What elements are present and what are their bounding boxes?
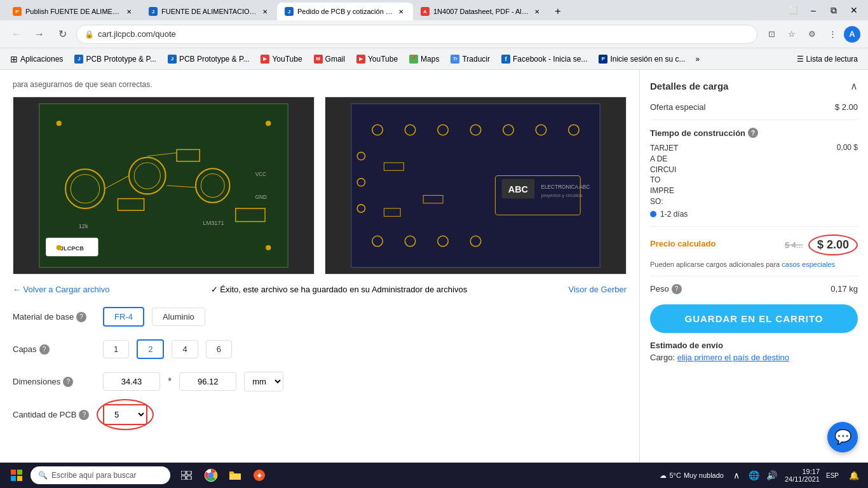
cargo-link[interactable]: elija primero el país de destino xyxy=(677,353,789,362)
weather-widget[interactable]: ☁ 5°C Muy nublado xyxy=(660,471,723,480)
bookmark-icon[interactable]: ☆ xyxy=(783,25,801,43)
precio-section: Precio calculado $ 4... $ 2.00 Pueden ap… xyxy=(650,234,858,268)
bookmark-facebook[interactable]: f Facebook - Inicia se... xyxy=(496,52,592,66)
close-button[interactable]: ✕ xyxy=(845,1,863,19)
back-button[interactable]: ← xyxy=(8,25,25,43)
start-button[interactable] xyxy=(5,465,28,485)
back-to-upload-link[interactable]: ← Volver a Cargar archivo xyxy=(13,285,109,294)
bookmark-more[interactable]: » xyxy=(691,52,703,66)
taskbar-task-view[interactable] xyxy=(175,465,198,485)
svg-point-15 xyxy=(57,121,62,126)
svg-text:proyectos y circuitos: proyectos y circuitos xyxy=(541,193,583,198)
bookmark-jlc2[interactable]: J PCB Prototype & P... xyxy=(163,52,255,66)
weather-icon: ☁ xyxy=(660,471,667,480)
material-aluminio-button[interactable]: Aluminio xyxy=(152,308,205,326)
cast-icon[interactable]: ⬜ xyxy=(784,1,802,19)
tab-4-close[interactable]: ✕ xyxy=(532,7,541,16)
bookmark-apps[interactable]: ⊞ Aplicaciones xyxy=(5,51,68,67)
bookmark-maps-label: Maps xyxy=(421,55,439,64)
tab-2-close[interactable]: ✕ xyxy=(261,7,269,16)
cantidad-help-icon[interactable]: ? xyxy=(79,410,89,420)
tiempo-dot xyxy=(650,211,656,217)
svg-rect-50 xyxy=(181,471,186,475)
svg-rect-57 xyxy=(229,474,241,480)
taskbar-chrome[interactable] xyxy=(200,465,222,485)
volume-icon[interactable]: 🔊 xyxy=(764,468,780,483)
file-manager-link[interactable]: Administrador de archivos xyxy=(372,285,467,294)
capas-6-button[interactable]: 6 xyxy=(206,340,232,358)
url-bar[interactable]: 🔒 cart.jlcpcb.com/quote xyxy=(76,25,757,44)
pcb-images-row: JLCPCB xyxy=(13,97,627,274)
bookmark-yt2-label: YouTube xyxy=(368,55,398,64)
bookmark-yt1[interactable]: ▶ YouTube xyxy=(255,52,307,66)
new-tab-button[interactable]: + xyxy=(549,3,567,20)
main-area: para asegurarnos de que sean correctas. … xyxy=(0,70,868,463)
tab-1[interactable]: P Publish FUENTE DE ALIMENTACI... ✕ xyxy=(5,3,141,20)
cantidad-row: Cantidad de PCB ? 5 10 15 20 25 30 50 10… xyxy=(13,404,627,425)
clock-time: 19:17 xyxy=(785,468,820,475)
pcb-image-left: JLCPCB xyxy=(13,97,315,274)
success-text: ✓ Éxito, este archivo se ha guardado en … xyxy=(211,285,370,294)
network-icon[interactable]: 🌐 xyxy=(747,468,762,483)
bookmark-jlc1[interactable]: J PCB Prototype & P... xyxy=(69,52,161,66)
language-icon[interactable]: ESP xyxy=(825,468,840,483)
divider-3 xyxy=(650,276,858,276)
taskbar-search[interactable]: 🔍 Escribe aquí para buscar xyxy=(31,466,170,484)
tab-2[interactable]: J FUENTE DE ALIMENTACION FIJA... ✕ xyxy=(141,3,277,20)
tab-4[interactable]: A 1N4007 Datasheet, PDF - Alldata... ✕ xyxy=(413,3,549,20)
capas-1-button[interactable]: 1 xyxy=(103,340,129,358)
material-help-icon[interactable]: ? xyxy=(76,312,86,322)
chevron-up-icon[interactable]: ∧ xyxy=(729,468,744,483)
notification-button[interactable]: 🔔 xyxy=(845,466,863,484)
refresh-button[interactable]: ↻ xyxy=(53,25,71,43)
taskbar-right: ☁ 5°C Muy nublado ∧ 🌐 🔊 19:17 24/11/2021… xyxy=(660,466,863,484)
address-bar: ← → ↻ 🔒 cart.jlcpcb.com/quote ⊡ ☆ ⚙ ⋮ A xyxy=(0,20,868,48)
svg-text:JLCPCB: JLCPCB xyxy=(60,245,84,252)
taskbar-file-explorer[interactable] xyxy=(224,465,247,485)
capas-2-button[interactable]: 2 xyxy=(137,339,164,359)
taskbar-unknown[interactable]: ✦ xyxy=(248,465,271,485)
bookmark-yt2[interactable]: ▶ YouTube xyxy=(351,52,403,66)
reading-list-button[interactable]: ☰ Lista de lectura xyxy=(792,52,863,66)
collapse-button[interactable]: ∧ xyxy=(850,80,858,92)
menu-icon[interactable]: ⋮ xyxy=(824,25,841,43)
minimize-button[interactable]: – xyxy=(804,1,822,19)
taskbar: 🔍 Escribe aquí para buscar xyxy=(0,463,868,488)
svg-rect-51 xyxy=(187,471,191,475)
cast-toolbar-icon[interactable]: ⊡ xyxy=(763,25,780,43)
dimension-height-input[interactable] xyxy=(179,372,236,391)
svg-text:LM3171: LM3171 xyxy=(203,220,224,226)
precio-new: $ 2.00 xyxy=(808,234,858,255)
dimensiones-help-icon[interactable]: ? xyxy=(63,377,73,387)
capas-help-icon[interactable]: ? xyxy=(39,344,50,355)
save-cart-button[interactable]: GUARDAR EN EL CARRITO xyxy=(650,304,858,333)
chat-bubble-button[interactable]: 💬 xyxy=(827,422,858,452)
capas-4-button[interactable]: 4 xyxy=(172,340,198,358)
material-fr4-button[interactable]: FR-4 xyxy=(103,307,144,327)
peso-value: 0,17 kg xyxy=(831,284,858,294)
dimension-width-input[interactable] xyxy=(103,372,160,391)
bookmark-translate[interactable]: Tr Traducir xyxy=(445,52,495,66)
clock[interactable]: 19:17 24/11/2021 xyxy=(785,468,820,483)
tiempo-help-icon[interactable]: ? xyxy=(748,128,758,138)
unit-select[interactable]: mm inch xyxy=(244,372,283,391)
bookmark-facebook-label: Facebook - Inicia se... xyxy=(513,55,587,64)
casos-especiales-link[interactable]: casos especiales xyxy=(782,261,835,268)
maximize-button[interactable]: ⧉ xyxy=(825,1,843,19)
quantity-select[interactable]: 5 10 15 20 25 30 50 100 xyxy=(103,404,147,425)
bookmark-maps[interactable]: 📍 Maps xyxy=(404,52,444,66)
gerber-viewer-link[interactable]: Visor de Gerber xyxy=(568,285,627,294)
peso-help-icon[interactable]: ? xyxy=(672,284,682,294)
forward-button[interactable]: → xyxy=(31,25,48,43)
tab-3[interactable]: J Pedido de PCB y cotización de P... ✕ xyxy=(277,3,413,20)
extensions-icon[interactable]: ⚙ xyxy=(803,25,821,43)
tab-3-close[interactable]: ✕ xyxy=(397,7,405,16)
peso-row: Peso ? 0,17 kg xyxy=(650,284,858,294)
profile-avatar[interactable]: A xyxy=(844,26,860,43)
svg-text:VCC: VCC xyxy=(255,172,266,177)
tab-1-close[interactable]: ✕ xyxy=(125,7,133,16)
bookmark-paypal[interactable]: P Inicie sesión en su c... xyxy=(593,52,690,66)
svg-text:GND: GND xyxy=(255,194,267,200)
bookmark-gmail[interactable]: M Gmail xyxy=(309,52,350,66)
window-controls: ⬜ – ⧉ ✕ xyxy=(784,1,863,19)
